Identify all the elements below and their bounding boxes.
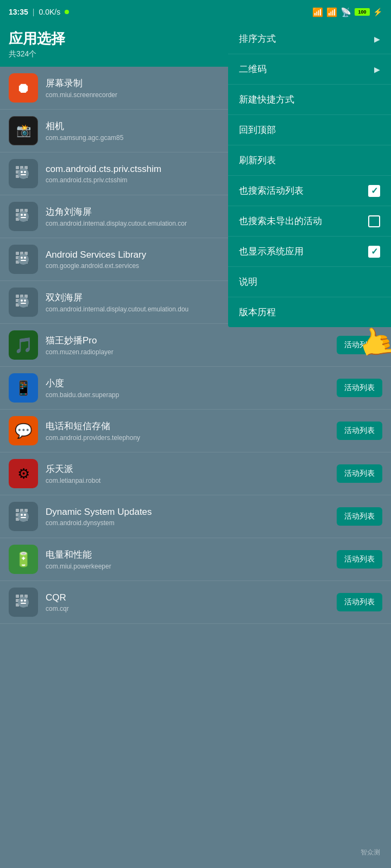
dropdown-qrcode[interactable]: 二维码 ▶ (228, 54, 391, 85)
svg-point-9 (18, 168, 29, 179)
app-info: 小度 com.baidu.duer.superapp (46, 377, 337, 399)
activity-list-button[interactable]: 活动列表 (337, 464, 382, 483)
xiaodu-icon: 📱 (15, 380, 32, 397)
signal-icon: 📶 (312, 7, 323, 17)
checkbox-unchecked[interactable] (368, 215, 380, 227)
activity-list-button[interactable]: 活动列表 (337, 550, 382, 569)
android-icon6 (14, 592, 33, 612)
app-icon: 📱 (9, 373, 38, 403)
app-name: CQR (46, 592, 337, 603)
svg-point-37 (24, 257, 26, 259)
svg-point-36 (21, 257, 23, 259)
list-item[interactable]: 🎵 猫王妙播Pro com.muzen.radioplayer 活动列表 (0, 324, 391, 367)
app-package: com.android.dynsystem (46, 519, 337, 527)
svg-rect-13 (16, 209, 19, 212)
dropdown-sort[interactable]: 排序方式 ▶ (228, 24, 391, 54)
app-icon (9, 245, 38, 274)
status-left: 13:35 | 0.0K/s (9, 8, 69, 16)
signal-icon2: 📶 (326, 7, 337, 17)
app-info: 电量和性能 com.miui.powerkeeper (46, 548, 337, 570)
header-title-block: 应用选择 共324个 (9, 29, 65, 59)
dropdown-changelog[interactable]: 版本历程 (228, 297, 391, 327)
app-icon: 📸 (9, 116, 38, 145)
app-icon (9, 502, 38, 531)
svg-rect-38 (21, 260, 26, 261)
app-icon: 🔋 (9, 545, 38, 574)
dropdown-refresh[interactable]: 刷新列表 (228, 145, 391, 176)
status-time: 13:35 (9, 8, 28, 16)
dropdown-new-shortcut[interactable]: 新建快捷方式 (228, 85, 391, 115)
app-package: com.miui.powerkeeper (46, 563, 337, 570)
svg-rect-25 (21, 217, 26, 218)
network-dot (65, 10, 69, 14)
list-item[interactable]: 📱 小度 com.baidu.duer.superapp 活动列表 (0, 367, 391, 410)
app-icon (9, 588, 38, 617)
app-icon (9, 159, 38, 188)
svg-point-48 (18, 297, 29, 308)
svg-point-24 (24, 214, 26, 216)
status-right: 📶 📶 📡 100 ⚡ (312, 7, 382, 17)
app-package: com.cqr (46, 605, 337, 612)
dropdown-help[interactable]: 说明 (228, 267, 391, 297)
svg-rect-77 (21, 603, 26, 604)
app-name: Dynamic System Updates (46, 507, 337, 518)
app-info: Dynamic System Updates com.android.dynsy… (46, 507, 337, 527)
svg-point-10 (21, 171, 23, 173)
camera-icon: 📸 (16, 124, 31, 138)
svg-point-22 (18, 211, 29, 222)
android-icon3 (14, 250, 33, 269)
svg-point-49 (21, 299, 23, 302)
maowang-icon: 🎵 (14, 336, 33, 354)
svg-point-23 (21, 214, 23, 216)
wifi-icon: 📡 (340, 7, 351, 17)
app-package: com.android.providers.telephony (46, 434, 337, 442)
app-icon: 🎵 (9, 330, 38, 360)
svg-rect-39 (16, 295, 19, 298)
app-icon: 💬 (9, 416, 38, 445)
android-icon4 (14, 292, 33, 312)
svg-rect-0 (16, 166, 19, 169)
activity-list-button[interactable]: 活动列表 (337, 507, 382, 526)
dropdown-show-system[interactable]: 也显示系统应用 ✓ (228, 237, 391, 267)
svg-rect-26 (16, 252, 19, 255)
app-icon (9, 288, 38, 317)
battery-icon: 100 (355, 8, 370, 16)
screenrecorder-icon: ⏺ (16, 80, 30, 97)
powerkeeper-icon: 🔋 (15, 551, 32, 568)
list-item[interactable]: 💬 电话和短信存储 com.android.providers.telephon… (0, 410, 391, 452)
page-subtitle: 共324个 (9, 49, 65, 59)
svg-point-76 (24, 599, 26, 602)
android-icon5 (14, 507, 33, 526)
android-icon2 (14, 207, 33, 226)
app-name: 电话和短信存储 (46, 420, 337, 432)
app-info: 猫王妙播Pro com.muzen.radioplayer (46, 334, 337, 356)
dropdown-back-top[interactable]: 回到顶部 (228, 115, 391, 145)
app-package: com.baidu.duer.superapp (46, 391, 337, 399)
dropdown-search-unexported[interactable]: 也搜索未导出的活动 (228, 206, 391, 237)
app-name: 乐天派 (46, 463, 337, 475)
activity-list-button[interactable]: 活动列表 (337, 379, 382, 397)
watermark: 智众测 (361, 848, 380, 857)
app-package: com.muzen.radioplayer (46, 348, 337, 356)
list-item[interactable]: ⚙ 乐天派 com.letianpai.robot 活动列表 (0, 452, 391, 495)
activity-list-button[interactable]: 活动列表 (337, 422, 382, 440)
dropdown-search-active[interactable]: 也搜索活动列表 ✓ (228, 176, 391, 206)
telephony-icon: 💬 (15, 423, 32, 439)
dropdown-menu: 排序方式 ▶ 二维码 ▶ 新建快捷方式 回到顶部 刷新列表 也搜索活动列表 ✓ … (228, 24, 391, 327)
status-bar: 13:35 | 0.0K/s 📶 📶 📡 100 ⚡ (0, 0, 391, 24)
list-item[interactable]: 🔋 电量和性能 com.miui.powerkeeper 活动列表 (0, 538, 391, 581)
svg-point-35 (18, 254, 29, 265)
app-icon (9, 202, 38, 231)
svg-rect-65 (16, 595, 19, 598)
network-speed: 0.0K/s (39, 8, 60, 16)
list-item[interactable]: CQR com.cqr 活动列表 (0, 581, 391, 624)
page-title: 应用选择 (9, 29, 65, 48)
svg-rect-52 (16, 509, 19, 512)
svg-point-63 (24, 514, 26, 516)
list-item[interactable]: Dynamic System Updates com.android.dynsy… (0, 495, 391, 538)
checkbox-checked[interactable]: ✓ (368, 185, 380, 197)
activity-list-button[interactable]: 活动列表 (337, 593, 382, 611)
checkbox-checked2[interactable]: ✓ (368, 246, 380, 258)
app-info: 电话和短信存储 com.android.providers.telephony (46, 420, 337, 442)
app-icon: ⚙ (9, 459, 38, 488)
